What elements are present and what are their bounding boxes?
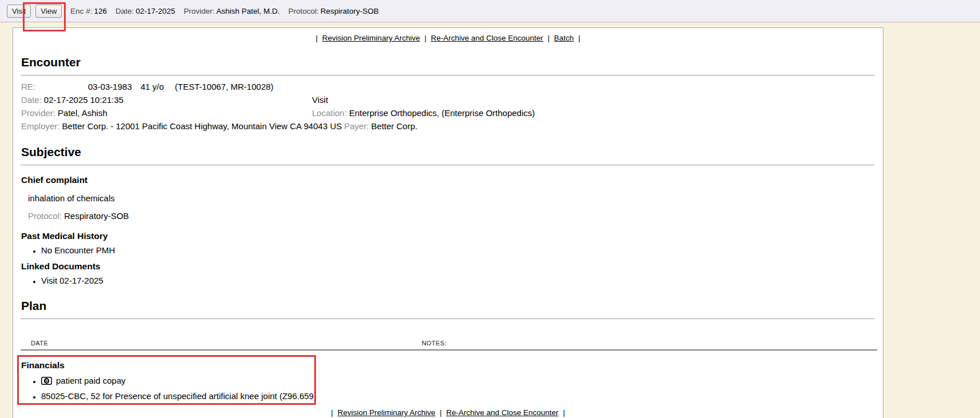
toolbar-provider-field: Provider:Ashish Patel, M.D. [183,7,279,15]
svg-text:0: 0 [45,378,48,384]
past-medical-history-heading: Past Medical History [21,230,875,241]
link-separator: | [563,408,565,417]
patient-age: 41 y/o [141,80,175,93]
payer-label: Payer: [344,121,369,131]
pmh-list-item: No Encounter PMH [41,244,883,256]
link-separator: | [578,34,581,42]
financials-copay-text: patient paid copay [56,376,126,385]
linked-documents-heading: Linked Documents [21,261,875,272]
toolbar-provider-value: Ashish Patel, M.D. [216,7,279,15]
toolbar-date-label: Date: [115,7,134,15]
employer-value: Better Corp. - 12001 Pacific Coast Highw… [62,121,342,131]
financials-list: 0 patient paid copay 85025-CBC, 52 for P… [21,373,883,403]
re-archive-close-encounter-link-top[interactable]: Re-Archive and Close Encounter [431,34,543,42]
protocol-label: Protocol: [28,211,62,221]
encounter-date-row: Date:02-17-2025 10:21:35 Visit [13,93,883,106]
section-divider [21,75,875,75]
section-divider [21,319,875,319]
plan-table-header: DATE NOTES: [13,340,883,347]
link-separator: | [316,34,318,42]
toolbar-protocol-label: Protocol: [289,7,319,15]
protocol-value: Respiratory-SOB [64,211,129,221]
financials-copay-item: 0 patient paid copay [41,373,883,389]
encounter-info: RE:03-03-198341 y/o(TEST-10067, MR-10028… [13,80,883,133]
toolbar-date-field: Date:02-17-2025 [115,7,175,15]
toolbar-provider-label: Provider: [183,7,214,15]
plan-date-column-header: DATE [31,340,48,347]
enc-number-field: Enc #:126 [70,7,107,15]
financials-heading: Financials [21,360,875,371]
employer-label: Employer: [21,121,60,131]
batch-link-top[interactable]: Batch [554,34,574,42]
encounter-date-label: Date: [21,95,42,105]
enc-number-value: 126 [94,7,107,15]
encounter-date-value: 02-17-2025 10:21:35 [44,95,123,105]
encounter-provider-row: Provider:Patel, Ashish Location:Enterpri… [13,106,883,120]
section-divider [21,165,875,165]
revision-preliminary-archive-link-top[interactable]: Revision Preliminary Archive [322,34,420,42]
encounter-section-title: Encounter [21,55,875,70]
link-separator: | [547,34,550,42]
link-separator: | [331,408,333,417]
provider-value: Patel, Ashish [58,108,107,118]
linked-documents-list: Visit 02-17-2025 [21,274,883,286]
revision-preliminary-archive-link-bottom[interactable]: Revision Preliminary Archive [338,408,435,417]
payer-value: Better Corp. [371,121,418,131]
protocol-field: Protocol:Respiratory-SOB [28,210,875,221]
chief-complaint-text: inhalation of chemicals [28,193,875,204]
encounter-re-row: RE:03-03-198341 y/o(TEST-10067, MR-10028… [13,80,883,93]
link-separator: | [425,34,427,42]
provider-label: Provider: [21,108,55,118]
toolbar-protocol-value: Respiratory-SOB [321,7,379,15]
chief-complaint-heading: Chief complaint [21,174,875,185]
re-label: RE: [21,80,88,93]
location-label: Location: [312,108,347,118]
subjective-section-title: Subjective [21,145,875,160]
visit-type-value: Visit [312,93,328,106]
past-medical-history-list: No Encounter PMH [21,244,883,256]
toolbar-protocol-field: Protocol:Respiratory-SOB [289,7,379,15]
linked-document-item: Visit 02-17-2025 [41,274,883,286]
link-separator: | [439,408,442,417]
plan-notes-column-header: NOTES: [422,340,446,347]
money-bill-icon: 0 [41,375,52,389]
top-action-links: | Revision Preliminary Archive | Re-Arch… [13,28,883,43]
re-archive-close-encounter-link-bottom[interactable]: Re-Archive and Close Encounter [446,408,559,417]
location-field: Location:Enterprise Orthopedics, (Enterp… [312,106,535,120]
patient-ids: (TEST-10067, MR-10028) [175,82,274,91]
plan-table-divider [21,349,877,351]
enc-number-label: Enc #: [70,7,92,15]
toolbar: Visit View Enc #:126 Date:02-17-2025 Pro… [0,0,980,22]
location-value: Enterprise Orthopedics, (Enterprise Orth… [349,108,535,118]
visit-button[interactable]: Visit [7,5,31,18]
bottom-action-links: | Revision Preliminary Archive | Re-Arch… [13,408,883,417]
encounter-employer-row: Employer:Better Corp. - 12001 Pacific Co… [13,120,883,133]
encounter-document-panel: | Revision Preliminary Archive | Re-Arch… [13,27,883,418]
patient-dob: 03-03-1983 [88,80,141,93]
toolbar-date-value: 02-17-2025 [135,7,175,15]
financials-cpt-item: 85025-CBC, 52 for Presence of unspecifie… [41,389,883,403]
view-button[interactable]: View [35,5,62,18]
plan-section-title: Plan [21,298,875,313]
